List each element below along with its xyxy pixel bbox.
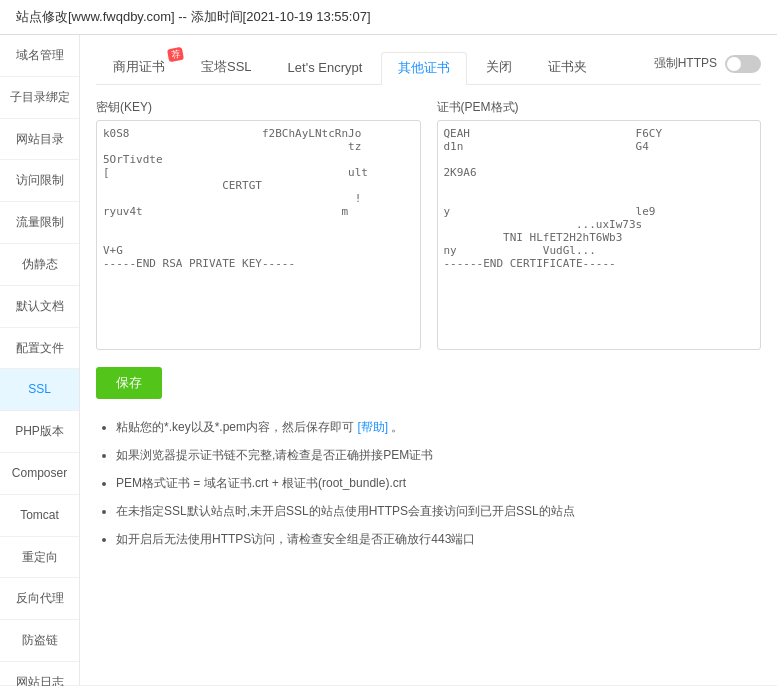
sidebar-item-subdir[interactable]: 子目录绑定: [0, 77, 79, 119]
tab-letsencrypt[interactable]: Let's Encrypt: [271, 53, 380, 83]
sidebar-item-redirect[interactable]: 重定向: [0, 537, 79, 579]
hint-item-2: 如果浏览器提示证书链不完整,请检查是否正确拼接PEM证书: [116, 443, 761, 467]
sidebar-item-static[interactable]: 伪静态: [0, 244, 79, 286]
hint-text-3: PEM格式证书 = 域名证书.crt + 根证书(root_bundle).cr…: [116, 476, 406, 490]
title-bar: 站点修改[www.fwqdby.com] -- 添加时间[2021-10-19 …: [0, 0, 777, 35]
sidebar-item-ssl[interactable]: SSL: [0, 369, 79, 411]
tab-close[interactable]: 关闭: [469, 51, 529, 84]
cert-section: 密钥(KEY) k0S8 f2BChAyLNtcRnJo tz 5OrTivdt…: [96, 99, 761, 353]
hints-section: 粘贴您的*.key以及*.pem内容，然后保存即可 [帮助] 。 如果浏览器提示…: [96, 415, 761, 551]
save-button[interactable]: 保存: [96, 367, 162, 399]
cert-textarea-wrapper: QEAH F6CY d1n G4 2K9A6 y: [437, 120, 762, 353]
force-https-row: 强制HTTPS: [654, 55, 761, 81]
hint-text-4: 在未指定SSL默认站点时,未开启SSL的站点使用HTTPS会直接访问到已开启SS…: [116, 504, 575, 518]
content-area: 商用证书 荐 宝塔SSL Let's Encrypt 其他证书 关闭 证书夹 强…: [80, 35, 777, 685]
sidebar-item-config[interactable]: 配置文件: [0, 328, 79, 370]
hint-item-1: 粘贴您的*.key以及*.pem内容，然后保存即可 [帮助] 。: [116, 415, 761, 439]
hint-text-5: 如开启后无法使用HTTPS访问，请检查安全组是否正确放行443端口: [116, 532, 475, 546]
sidebar-item-domain[interactable]: 域名管理: [0, 35, 79, 77]
tabs-row: 商用证书 荐 宝塔SSL Let's Encrypt 其他证书 关闭 证书夹 强…: [96, 51, 761, 85]
sidebar-item-traffic[interactable]: 流量限制: [0, 202, 79, 244]
cert-label: 证书(PEM格式): [437, 99, 762, 116]
sidebar-item-composer[interactable]: Composer: [0, 453, 79, 495]
hint-item-5: 如开启后无法使用HTTPS访问，请检查安全组是否正确放行443端口: [116, 527, 761, 551]
sidebar-item-php[interactable]: PHP版本: [0, 411, 79, 453]
sidebar-item-default[interactable]: 默认文档: [0, 286, 79, 328]
sidebar-item-proxy[interactable]: 反向代理: [0, 578, 79, 620]
tab-badge: 荐: [167, 47, 184, 62]
hint-text-1: 粘贴您的*.key以及*.pem内容，然后保存即可: [116, 420, 354, 434]
hint-link-1[interactable]: [帮助]: [357, 420, 388, 434]
sidebar-item-hotlink[interactable]: 防盗链: [0, 620, 79, 662]
save-row: 保存: [96, 367, 761, 415]
sidebar: 域名管理 子目录绑定 网站目录 访问限制 流量限制 伪静态 默认文档 配置文件 …: [0, 35, 80, 685]
key-textarea-wrapper: k0S8 f2BChAyLNtcRnJo tz 5OrTivdte [ ult …: [96, 120, 421, 353]
sidebar-item-access[interactable]: 访问限制: [0, 160, 79, 202]
tab-commercial[interactable]: 商用证书 荐: [96, 51, 182, 84]
hint-item-4: 在未指定SSL默认站点时,未开启SSL的站点使用HTTPS会直接访问到已开启SS…: [116, 499, 761, 523]
title-text: 站点修改[www.fwqdby.com] -- 添加时间[2021-10-19 …: [16, 9, 371, 24]
sidebar-item-tomcat[interactable]: Tomcat: [0, 495, 79, 537]
tab-baota[interactable]: 宝塔SSL: [184, 51, 269, 84]
cert-textarea[interactable]: QEAH F6CY d1n G4 2K9A6 y: [437, 120, 762, 350]
key-group: 密钥(KEY) k0S8 f2BChAyLNtcRnJo tz 5OrTivdt…: [96, 99, 421, 353]
tab-certfile[interactable]: 证书夹: [531, 51, 604, 84]
force-https-toggle[interactable]: [725, 55, 761, 73]
tab-other[interactable]: 其他证书: [381, 52, 467, 85]
sidebar-item-logs[interactable]: 网站日志: [0, 662, 79, 686]
key-textarea[interactable]: k0S8 f2BChAyLNtcRnJo tz 5OrTivdte [ ult …: [96, 120, 421, 350]
force-https-label: 强制HTTPS: [654, 55, 717, 72]
cert-group: 证书(PEM格式) QEAH F6CY d1n G4 2K9A6: [437, 99, 762, 353]
sidebar-item-webroot[interactable]: 网站目录: [0, 119, 79, 161]
key-label: 密钥(KEY): [96, 99, 421, 116]
hint-text-2: 如果浏览器提示证书链不完整,请检查是否正确拼接PEM证书: [116, 448, 433, 462]
hint-item-3: PEM格式证书 = 域名证书.crt + 根证书(root_bundle).cr…: [116, 471, 761, 495]
